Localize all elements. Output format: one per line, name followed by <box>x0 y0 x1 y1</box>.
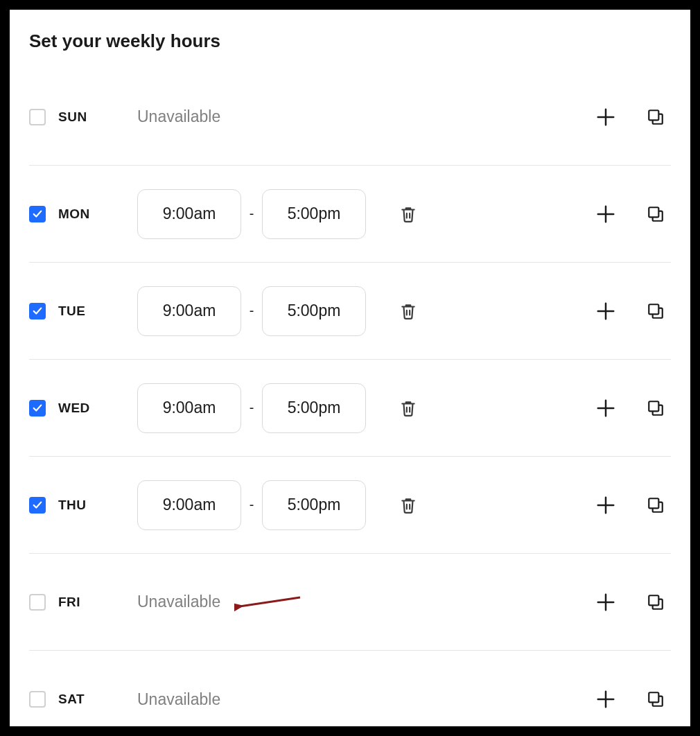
day-row-wed: WED - <box>29 360 671 457</box>
svg-rect-14 <box>649 692 658 702</box>
add-interval-button-sat[interactable] <box>595 688 617 710</box>
add-interval-button-sun[interactable] <box>595 106 617 128</box>
svg-line-10 <box>240 597 300 606</box>
day-row-sun: SUN Unavailable <box>29 69 671 166</box>
start-time-input-thu[interactable] <box>137 480 241 530</box>
copy-button-thu[interactable] <box>645 494 667 516</box>
delete-interval-button-mon[interactable] <box>398 204 419 225</box>
add-interval-button-wed[interactable] <box>595 397 617 419</box>
start-time-input-mon[interactable] <box>137 189 241 239</box>
svg-rect-1 <box>649 110 658 120</box>
day-checkbox-thu[interactable] <box>29 497 46 514</box>
time-separator: - <box>241 400 262 416</box>
copy-button-tue[interactable] <box>645 300 667 322</box>
delete-interval-button-thu[interactable] <box>398 495 419 516</box>
svg-rect-12 <box>649 595 658 605</box>
day-row-mon: MON - <box>29 166 671 263</box>
page-title: Set your weekly hours <box>29 30 671 52</box>
add-interval-button-tue[interactable] <box>595 300 617 322</box>
unavailable-text-sun: Unavailable <box>137 107 220 126</box>
day-checkbox-wed[interactable] <box>29 400 46 417</box>
copy-button-fri[interactable] <box>645 591 667 613</box>
day-row-sat: SAT Unavailable <box>29 651 671 736</box>
copy-button-wed[interactable] <box>645 397 667 419</box>
add-interval-button-thu[interactable] <box>595 494 617 516</box>
day-checkbox-fri[interactable] <box>29 594 46 611</box>
time-separator: - <box>241 497 262 513</box>
day-checkbox-sun[interactable] <box>29 109 46 125</box>
copy-button-sun[interactable] <box>645 106 667 128</box>
day-checkbox-mon[interactable] <box>29 206 46 222</box>
start-time-input-tue[interactable] <box>137 286 241 336</box>
day-label-fri: FRI <box>58 595 119 610</box>
day-row-tue: TUE - <box>29 263 671 360</box>
start-time-input-wed[interactable] <box>137 383 241 433</box>
delete-interval-button-tue[interactable] <box>398 301 419 322</box>
day-label-thu: THU <box>58 498 119 513</box>
day-checkbox-sat[interactable] <box>29 691 46 708</box>
end-time-input-thu[interactable] <box>262 480 366 530</box>
time-separator: - <box>241 303 262 319</box>
delete-interval-button-wed[interactable] <box>398 398 419 419</box>
svg-rect-7 <box>649 401 658 411</box>
day-label-tue: TUE <box>58 304 119 319</box>
end-time-input-tue[interactable] <box>262 286 366 336</box>
day-row-thu: THU - <box>29 457 671 554</box>
unavailable-text-sat: Unavailable <box>137 690 220 709</box>
add-interval-button-fri[interactable] <box>595 591 617 613</box>
day-row-fri: FRI Unavailable <box>29 554 671 651</box>
add-interval-button-mon[interactable] <box>595 203 617 225</box>
unavailable-text-fri: Unavailable <box>137 593 220 611</box>
day-label-sat: SAT <box>58 692 119 707</box>
svg-rect-5 <box>649 304 658 314</box>
end-time-input-wed[interactable] <box>262 383 366 433</box>
copy-button-sat[interactable] <box>645 688 667 710</box>
svg-rect-9 <box>649 498 658 508</box>
copy-button-mon[interactable] <box>645 203 667 225</box>
end-time-input-mon[interactable] <box>262 189 366 239</box>
annotation-arrow-icon <box>234 594 304 615</box>
svg-rect-3 <box>649 207 658 217</box>
day-label-sun: SUN <box>58 109 119 125</box>
day-label-mon: MON <box>58 207 119 222</box>
time-separator: - <box>241 206 262 222</box>
day-checkbox-tue[interactable] <box>29 303 46 319</box>
day-label-wed: WED <box>58 401 119 416</box>
